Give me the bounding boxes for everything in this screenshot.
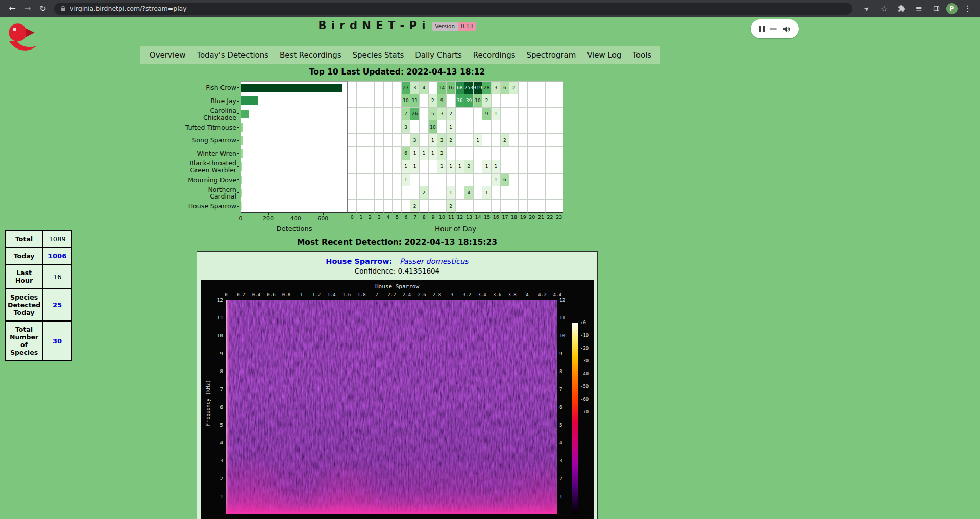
heatmap-cell xyxy=(474,147,483,160)
nav-item-today-s-detections[interactable]: Today's Detections xyxy=(194,51,271,60)
colorbar-tick: -30 xyxy=(580,358,589,363)
detection-scientific: Passer domesticus xyxy=(400,257,469,265)
heatmap-cell: 2 xyxy=(429,94,438,108)
volume-button[interactable] xyxy=(782,25,790,33)
heatmap-cell xyxy=(357,200,366,213)
heatmap-cell xyxy=(384,108,393,121)
heatmap-cell: 27 xyxy=(402,81,411,94)
heat-strip: 2141 xyxy=(348,186,564,200)
stats-label: Last Hour xyxy=(6,264,42,289)
colorbar-tick: -20 xyxy=(580,345,589,351)
stats-value: 1089 xyxy=(42,231,72,248)
heatmap-cell xyxy=(420,200,429,213)
hour-axis-tick: 16 xyxy=(492,213,501,224)
freq-axis-tick-left: 4 xyxy=(210,440,223,446)
heatmap-cell xyxy=(528,186,537,200)
nav-item-species-stats[interactable]: Species Stats xyxy=(351,51,406,60)
lock-icon xyxy=(60,5,66,12)
heatmap-cell xyxy=(519,186,528,200)
heatmap-cell xyxy=(528,81,537,94)
extensions-icon[interactable] xyxy=(894,2,909,16)
birdnet-logo[interactable] xyxy=(4,21,41,55)
species-label: Black-throated Green Warbler xyxy=(154,160,237,174)
stats-value[interactable]: 25 xyxy=(42,289,72,321)
species-label: Blue Jay xyxy=(154,94,237,108)
heatmap-cell: 1 xyxy=(402,160,411,174)
heat-strip: 1011293639102 xyxy=(348,94,564,108)
heatmap-cell xyxy=(429,160,438,174)
heatmap-cell xyxy=(393,108,402,121)
reading-list-icon[interactable]: ≡ xyxy=(912,2,926,16)
seek-bar[interactable] xyxy=(770,28,777,30)
chart-row: Tufted Titmouse3101 xyxy=(154,120,564,134)
species-label: Northern Cardinal xyxy=(154,186,237,200)
menu-kebab-icon[interactable]: ⋮ xyxy=(961,2,975,16)
stats-label: Species Detected Today xyxy=(6,289,42,321)
time-axis-tick: 2.4 xyxy=(403,292,411,298)
heatmap-cell xyxy=(365,147,375,160)
reload-button[interactable]: ↻ xyxy=(36,2,50,16)
heatmap-cell xyxy=(393,160,402,174)
heatmap-cell xyxy=(509,186,519,200)
heatmap-cell xyxy=(384,94,393,108)
heatmap-cell xyxy=(546,134,555,147)
send-icon[interactable]: ➤ xyxy=(860,2,874,16)
hour-axis-tick: 12 xyxy=(456,213,465,224)
heatmap-cell xyxy=(410,120,420,134)
heatmap-cell xyxy=(348,160,357,174)
species-label: House Sparrow xyxy=(154,200,237,213)
y-tick-mark xyxy=(237,134,241,147)
heatmap-cell: 26 xyxy=(410,108,420,121)
heatmap-cell xyxy=(519,174,528,187)
time-axis-tick: 3 xyxy=(451,292,453,298)
detections-bar xyxy=(241,96,258,106)
heatmap-cell xyxy=(357,108,366,121)
stats-value[interactable]: 1006 xyxy=(42,248,72,264)
heatmap-cell: 1 xyxy=(429,147,438,160)
heatmap-cell xyxy=(348,200,357,213)
heatmap-cell: 11 xyxy=(410,94,420,108)
stats-value[interactable]: 30 xyxy=(42,321,72,361)
heatmap-cell xyxy=(554,174,564,187)
heatmap-cell xyxy=(393,94,402,108)
heatmap-cell xyxy=(348,108,357,121)
bar-cell xyxy=(241,147,348,160)
table-row: Today1006 xyxy=(6,248,72,264)
bookmark-star-icon[interactable]: ☆ xyxy=(877,2,891,16)
heatmap-cell xyxy=(348,174,357,187)
omnibox[interactable]: virginia.birdnetpi.com/?stream=play xyxy=(54,3,852,15)
nav-item-tools[interactable]: Tools xyxy=(630,51,653,60)
heatmap-cell xyxy=(509,108,519,121)
detections-bar xyxy=(241,162,242,171)
heatmap-cell xyxy=(509,174,519,187)
audio-player[interactable] xyxy=(751,19,799,38)
back-button[interactable]: ← xyxy=(5,2,19,16)
forward-button[interactable]: → xyxy=(20,2,35,16)
heatmap-cell xyxy=(492,147,501,160)
hour-axis-tick: 3 xyxy=(375,213,384,224)
profile-avatar[interactable]: P xyxy=(946,3,958,14)
bar-axis-title: Detections xyxy=(241,225,348,233)
heatmap-cell xyxy=(554,108,564,121)
nav-item-spectrogram[interactable]: Spectrogram xyxy=(524,51,578,60)
chart-axes: 0200400600 01234567891011121314151617181… xyxy=(154,213,564,224)
pause-button[interactable] xyxy=(760,26,765,32)
heatmap-cell xyxy=(519,94,528,108)
nav-item-overview[interactable]: Overview xyxy=(148,51,188,60)
side-panel-icon[interactable] xyxy=(929,2,943,16)
time-axis-tick: 1.6 xyxy=(342,292,351,298)
nav-item-daily-charts[interactable]: Daily Charts xyxy=(413,51,464,60)
heatmap-cell xyxy=(536,134,546,147)
heatmap-cell xyxy=(420,120,429,134)
nav-item-recordings[interactable]: Recordings xyxy=(471,51,518,60)
heatmap-cell xyxy=(554,94,564,108)
nav-item-view-log[interactable]: View Log xyxy=(585,51,623,60)
nav-item-best-recordings[interactable]: Best Recordings xyxy=(278,51,344,60)
hour-axis-tick: 5 xyxy=(393,213,402,224)
hour-axis-tick: 7 xyxy=(410,213,420,224)
heatmap-cell xyxy=(528,200,537,213)
tick-dash xyxy=(237,101,239,102)
heatmap-cell xyxy=(393,120,402,134)
bar-cell xyxy=(241,94,348,108)
heatmap-cell: 1 xyxy=(447,186,456,200)
